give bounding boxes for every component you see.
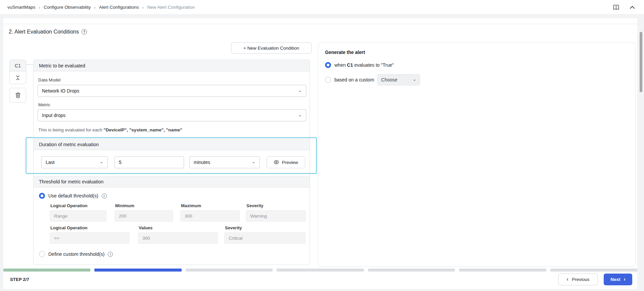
custom-logic-dropdown-value: Choose [381, 77, 397, 82]
condition-panel: Metric to be evaluated Data Model Networ… [33, 60, 310, 265]
top-bar: vuSmartMaps › Configure Observability › … [0, 0, 644, 15]
th1-severity-value: Warning [246, 210, 306, 222]
help-icon[interactable]: ? [82, 29, 87, 35]
generate-when-condition-label: when C1 evaluates to "True" [334, 62, 394, 68]
radio-unselected-icon[interactable] [325, 77, 331, 83]
previous-button-label: Previous [572, 277, 590, 282]
progress-segment [459, 269, 546, 272]
define-custom-threshold-label: Define custom threshold(s) [48, 251, 104, 257]
th2-logical-operation-label: Logical Operation [50, 225, 88, 230]
chevron-down-icon: ⌄ [298, 88, 302, 93]
chevron-down-icon: ⌄ [99, 159, 103, 164]
collapse-condition-button[interactable] [10, 71, 26, 84]
th2-severity-label: Severity [225, 225, 242, 230]
condition-id-badge: C1 [10, 60, 26, 71]
generate-alert-panel: Generate the alert when C1 evaluates to … [318, 43, 636, 267]
page-title-text: 2. Alert Evaluation Conditions [9, 29, 79, 35]
previous-button[interactable]: ‹ Previous [558, 274, 598, 285]
breadcrumb-separator-icon: › [94, 5, 96, 10]
generate-alert-title: Generate the alert [325, 50, 365, 55]
progress-bar [3, 269, 637, 272]
metric-select[interactable]: Input drops ⌄ [38, 109, 306, 121]
next-button[interactable]: Next › [604, 274, 632, 285]
data-model-label: Data Model [38, 77, 60, 82]
th1-logical-operation-label: Logical Operation [50, 203, 88, 208]
th1-maximum-value: 300 [180, 210, 240, 222]
th2-values-value: 300 [138, 232, 218, 244]
evaluation-note: This is being evaluated for each "Device… [38, 127, 182, 132]
generate-custom-radio[interactable]: based on a custom Choose ⌄ [325, 74, 420, 85]
breadcrumb-separator-icon: › [142, 5, 144, 10]
duration-section-header: Duration of metric evaluation [34, 139, 310, 150]
option1-condition-id: C1 [347, 62, 353, 68]
th1-logical-operation-value: Range [50, 210, 106, 222]
progress-segment [277, 269, 364, 272]
metric-label: Metric [38, 102, 50, 107]
duration-unit-value: minutes [194, 160, 210, 165]
radio-unselected-icon[interactable] [39, 251, 45, 257]
duration-unit-select[interactable]: minutes ⌄ [189, 156, 260, 168]
progress-segment [368, 269, 455, 272]
new-evaluation-condition-button[interactable]: + New Evaluation Condition [231, 42, 312, 54]
progress-segment [3, 269, 90, 272]
duration-window-select[interactable]: Last ⌄ [41, 156, 108, 168]
th1-minimum-value: 200 [114, 210, 173, 222]
main-card: 2. Alert Evaluation Conditions ? + New E… [3, 18, 637, 289]
info-icon[interactable]: i [102, 193, 107, 198]
card-top-divider [3, 18, 637, 24]
generate-custom-label: based on a custom [334, 77, 374, 82]
th1-maximum-label: Maximum [181, 203, 201, 208]
metric-section-header: Metric to be evaluated [34, 60, 310, 71]
breadcrumb-item-new-alert-configuration: New Alert Configuration [147, 5, 195, 10]
threshold-section-header: Threshold for metric evaluation [34, 176, 310, 187]
info-icon[interactable]: i [108, 252, 113, 257]
radio-selected-icon[interactable] [325, 62, 331, 68]
option1-prefix: when [334, 62, 347, 68]
evaluation-note-fields: "DeviceIP", "system_name", "name" [103, 127, 182, 132]
chevron-left-icon: ‹ [567, 277, 568, 282]
chevron-down-icon: ⌄ [298, 112, 302, 117]
duration-window-value: Last [46, 160, 54, 165]
eye-icon [274, 160, 279, 164]
docs-book-icon[interactable] [612, 4, 620, 11]
th2-values-label: Values [139, 225, 152, 230]
condition-gutter: C1 [9, 60, 26, 84]
metric-value: Input drops [42, 113, 65, 118]
delete-condition-button[interactable] [9, 88, 26, 103]
duration-amount-input[interactable] [114, 156, 184, 168]
progress-segment [550, 269, 637, 272]
next-button-label: Next [610, 277, 620, 282]
chevron-down-icon: ⌄ [251, 159, 256, 164]
breadcrumb-separator-icon: › [39, 5, 40, 10]
custom-logic-dropdown[interactable]: Choose ⌄ [377, 74, 420, 85]
page-title: 2. Alert Evaluation Conditions ? [9, 29, 87, 35]
condition-connector-line [26, 64, 33, 65]
data-model-value: Network IO Drops [42, 88, 79, 94]
use-default-threshold-radio[interactable]: Use default threshold(s) i [39, 193, 107, 199]
breadcrumb: vuSmartMaps › Configure Observability › … [7, 5, 195, 10]
progress-segment [94, 269, 181, 272]
option1-suffix: evaluates to "True" [353, 62, 394, 68]
preview-button-label: Preview [282, 160, 298, 165]
progress-segment [186, 269, 273, 272]
vertical-scrollbar-thumb[interactable] [640, 32, 642, 92]
th2-logical-operation-value: >= [50, 232, 130, 244]
th1-severity-label: Severity [246, 203, 264, 208]
define-custom-threshold-radio[interactable]: Define custom threshold(s) i [39, 251, 113, 257]
preview-button[interactable]: Preview [267, 156, 305, 168]
breadcrumb-item-vusmartmaps[interactable]: vuSmartMaps [7, 5, 35, 10]
chevron-right-icon: › [624, 277, 625, 282]
radio-selected-icon[interactable] [39, 193, 45, 199]
th1-minimum-label: Minimum [115, 203, 134, 208]
generate-when-condition-radio[interactable]: when C1 evaluates to "True" [325, 62, 394, 68]
breadcrumb-item-configure-observability[interactable]: Configure Observability [44, 5, 91, 10]
data-model-select[interactable]: Network IO Drops ⌄ [38, 85, 306, 97]
step-indicator: STEP 2/7 [10, 277, 29, 282]
evaluation-note-prefix: This is being evaluated for each [38, 127, 103, 132]
breadcrumb-item-alert-configurations[interactable]: Alert Configurations [99, 5, 139, 10]
use-default-threshold-label: Use default threshold(s) [48, 193, 98, 198]
collapse-panel-chevron-up-icon[interactable] [629, 4, 636, 11]
chevron-down-icon: ⌄ [413, 77, 417, 81]
th2-severity-value: Critical [224, 232, 306, 244]
